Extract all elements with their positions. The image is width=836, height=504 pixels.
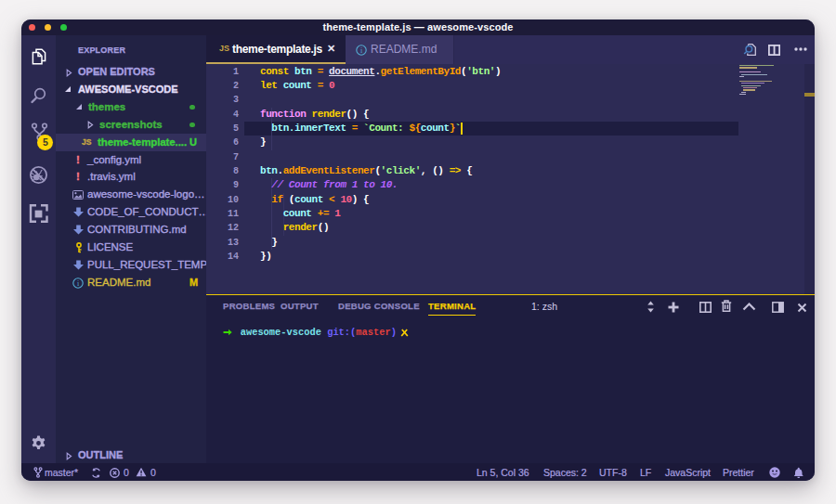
- svg-text:i: i: [360, 46, 363, 55]
- svg-text:i: i: [77, 279, 80, 288]
